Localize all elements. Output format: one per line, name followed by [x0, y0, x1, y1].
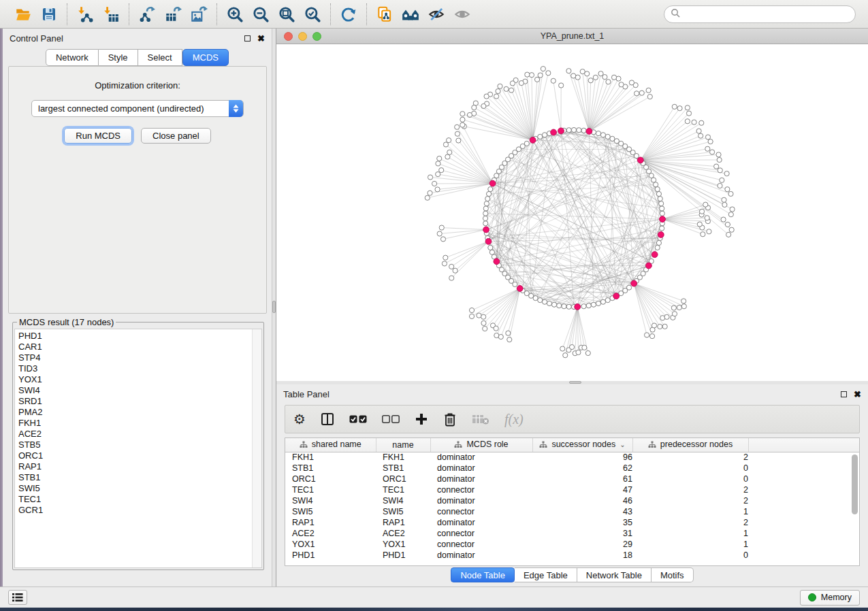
column-header-name[interactable]: name — [376, 438, 430, 452]
column-header-successor-nodes[interactable]: successor nodes⌄ — [532, 438, 632, 452]
apply-layout-icon[interactable] — [338, 4, 359, 24]
mcds-result-item[interactable]: STB1 — [18, 472, 261, 483]
import-network-icon[interactable] — [75, 4, 95, 24]
float-panel-icon[interactable] — [841, 391, 847, 397]
search-input[interactable] — [684, 9, 849, 19]
close-panel-button[interactable]: Close panel — [141, 128, 211, 144]
mcds-result-item[interactable]: YOX1 — [18, 374, 261, 385]
run-mcds-button[interactable]: Run MCDS — [64, 128, 132, 144]
optimization-criterion-select[interactable]: largest connected component (undirected) — [31, 100, 244, 117]
table-scrollbar[interactable] — [852, 453, 858, 562]
table-cell: STB1 — [285, 463, 376, 474]
mcds-result-item[interactable]: ORC1 — [18, 450, 261, 461]
splitter-grip[interactable] — [569, 381, 581, 384]
table-cell: 0 — [632, 550, 748, 561]
first-neighbors-icon[interactable] — [400, 4, 421, 24]
columns-icon[interactable] — [321, 409, 334, 429]
zoom-fit-icon[interactable] — [276, 4, 297, 24]
zoom-out-icon[interactable] — [251, 4, 271, 24]
mcds-result-item[interactable]: FKH1 — [18, 418, 261, 429]
task-history-button[interactable] — [8, 590, 27, 605]
mcds-result-item[interactable]: TID3 — [18, 363, 261, 374]
delete-icon[interactable] — [443, 409, 457, 429]
mcds-result-item[interactable]: PMA2 — [18, 407, 261, 418]
table-row[interactable]: RAP1RAP1dominator352 — [285, 517, 859, 528]
vertical-splitter[interactable] — [272, 29, 276, 587]
import-table-icon[interactable] — [101, 4, 121, 24]
tab-mcds[interactable]: MCDS — [182, 49, 229, 66]
table-cell: 31 — [532, 528, 632, 539]
tab-style[interactable]: Style — [99, 49, 138, 66]
close-panel-icon[interactable]: ✖ — [854, 391, 861, 397]
zoom-selected-icon[interactable] — [302, 4, 323, 24]
deselect-all-icon[interactable] — [382, 409, 400, 429]
table-cell: RAP1 — [376, 517, 430, 528]
table-cell: 29 — [532, 539, 632, 550]
gear-icon[interactable]: ⚙ — [293, 409, 306, 429]
table-panel-title: Table Panel — [283, 389, 329, 399]
export-table-icon[interactable] — [163, 4, 183, 24]
memory-button[interactable]: Memory — [800, 590, 860, 606]
mcds-result-item[interactable]: SWI5 — [18, 483, 261, 494]
mcds-result-item[interactable]: STP4 — [18, 352, 261, 363]
search-field[interactable] — [664, 5, 856, 23]
mcds-result-item[interactable]: GCR1 — [18, 505, 261, 516]
status-bar: Memory — [0, 587, 868, 608]
mcds-result-item[interactable]: SRD1 — [18, 396, 261, 407]
open-icon[interactable] — [13, 4, 33, 24]
table-row[interactable]: ACE2ACE2connector311 — [285, 528, 859, 539]
tab-node-table[interactable]: Node Table — [451, 567, 515, 582]
mcds-result-list[interactable]: PHD1CAR1STP4TID3YOX1SWI4SRD1PMA2FKH1ACE2… — [14, 329, 262, 568]
table-cell — [748, 506, 859, 517]
network-canvas[interactable] — [276, 44, 868, 381]
column-type-icon — [454, 441, 462, 448]
table-row[interactable]: YOX1YOX1connector291 — [285, 539, 859, 550]
list-scrollbar[interactable] — [252, 329, 261, 567]
table-row[interactable]: SWI5SWI5connector431 — [285, 506, 859, 517]
mcds-result-item[interactable]: RAP1 — [18, 461, 261, 472]
mcds-result-item[interactable]: SWI4 — [18, 385, 261, 396]
select-all-icon[interactable] — [349, 409, 367, 429]
float-panel-icon[interactable] — [244, 35, 251, 42]
new-network-from-selection-icon[interactable] — [374, 4, 395, 24]
column-header-mcds-role[interactable]: MCDS role — [430, 438, 532, 452]
table-scrollbar-thumb[interactable] — [852, 455, 858, 514]
column-header-predecessor-nodes[interactable]: predecessor nodes — [632, 438, 748, 452]
window-zoom-icon[interactable] — [312, 32, 321, 41]
zoom-in-icon[interactable] — [225, 4, 245, 24]
table-row[interactable]: TEC1TEC1connector472 — [285, 484, 859, 495]
table-row[interactable]: PHD1PHD1dominator180 — [285, 550, 859, 561]
tab-network-table[interactable]: Network Table — [577, 567, 652, 582]
mcds-result-item[interactable]: CAR1 — [18, 342, 261, 352]
column-type-icon — [648, 441, 656, 448]
horizontal-splitter[interactable] — [276, 381, 868, 384]
mcds-result-item[interactable]: PHD1 — [18, 331, 261, 342]
network-titlebar[interactable]: YPA_prune.txt_1 — [276, 29, 868, 44]
tab-network[interactable]: Network — [46, 49, 99, 66]
mcds-result-item[interactable]: TEC1 — [18, 494, 261, 505]
tab-select[interactable]: Select — [138, 49, 182, 66]
window-close-icon[interactable] — [284, 32, 293, 41]
splitter-grip[interactable] — [272, 301, 276, 313]
table-cell: 2 — [632, 452, 748, 463]
tab-edge-table[interactable]: Edge Table — [515, 567, 577, 582]
hide-selected-icon[interactable] — [426, 4, 447, 24]
table-row[interactable]: ORC1ORC1dominator610 — [285, 474, 859, 484]
table-cell: ACE2 — [376, 528, 430, 539]
show-all-icon[interactable] — [452, 4, 472, 24]
tab-motifs[interactable]: Motifs — [652, 567, 694, 582]
mcds-result-item[interactable]: STB5 — [18, 440, 261, 450]
close-panel-icon[interactable]: ✖ — [257, 35, 265, 42]
table-cell: dominator — [430, 463, 532, 474]
add-column-icon[interactable] — [415, 409, 428, 429]
table-row[interactable]: FKH1FKH1dominator962 — [285, 452, 859, 463]
window-minimize-icon[interactable] — [298, 32, 307, 41]
export-network-icon[interactable] — [137, 4, 157, 24]
column-header-shared-name[interactable]: shared name — [285, 438, 376, 452]
save-icon[interactable] — [39, 4, 59, 24]
table-row[interactable]: SWI4SWI4dominator462 — [285, 495, 859, 506]
export-image-icon[interactable] — [189, 4, 209, 24]
mcds-result-item[interactable]: ACE2 — [18, 429, 261, 440]
table-row[interactable]: STB1STB1dominator620 — [285, 463, 859, 474]
memory-status-icon — [808, 593, 816, 601]
